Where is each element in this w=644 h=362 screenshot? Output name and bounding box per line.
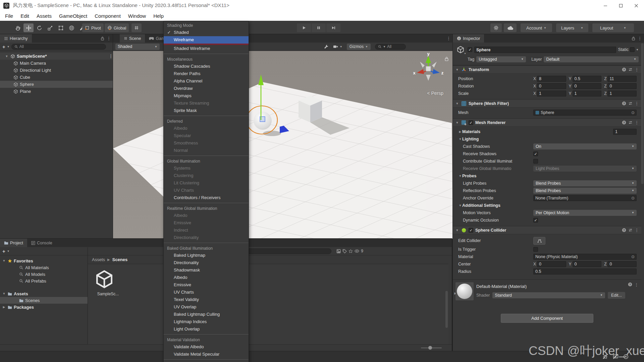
minimize-button[interactable]: [598, 0, 613, 11]
component-header-sphere-mesh-filter[interactable]: ▼Sphere (Mesh Filter)?⋮: [453, 99, 641, 108]
hierarchy-item-plane[interactable]: Plane: [0, 88, 113, 95]
vector-field-z[interactable]: 11: [607, 76, 637, 82]
preset-icon[interactable]: [628, 228, 633, 232]
tab-project[interactable]: Project: [0, 239, 27, 247]
help-icon[interactable]: ?: [622, 67, 626, 72]
menu-item-baked-lightmap-culling[interactable]: Baked Lightmap Culling: [164, 311, 249, 318]
object-picker-icon[interactable]: ⊙: [631, 195, 635, 201]
hierarchy-item-main-camera[interactable]: Main Camera: [0, 60, 113, 67]
menu-window[interactable]: Window: [124, 11, 150, 21]
menu-item-light-overlap[interactable]: Light Overlap: [164, 325, 249, 333]
add-component-button[interactable]: Add Component: [501, 314, 593, 323]
menu-item-directionality[interactable]: Directionality: [164, 259, 249, 266]
breadcrumb-assets[interactable]: Assets: [92, 257, 105, 262]
hierarchy-item-cube[interactable]: Cube: [0, 74, 113, 81]
kebab-icon[interactable]: ⋮: [635, 120, 639, 125]
step-button[interactable]: [326, 23, 340, 32]
object-picker-icon[interactable]: ⊙: [631, 254, 635, 260]
menu-item-albedo[interactable]: Albedo: [164, 274, 249, 281]
menu-item-albedo[interactable]: Albedo: [164, 212, 249, 219]
project-tree-favorites[interactable]: ▼Favorites: [0, 257, 88, 264]
help-icon[interactable]: ?: [628, 282, 632, 287]
menu-item-baked-lightmap[interactable]: Baked Lightmap: [164, 252, 249, 259]
transformtool-tool-button[interactable]: [66, 23, 76, 32]
project-tree-scenes[interactable]: Scenes: [0, 297, 88, 304]
menu-item-uv-overlap[interactable]: UV Overlap: [164, 303, 249, 311]
tab-inspector[interactable]: i Inspector: [453, 34, 484, 43]
edit-shader-button[interactable]: Edit...: [608, 292, 625, 299]
menu-item-systems[interactable]: Systems: [164, 165, 249, 172]
orientation-gizmo[interactable]: y x z: [410, 52, 447, 86]
tab-scene[interactable]: Scene: [120, 34, 145, 43]
vector-field-x[interactable]: 0: [537, 261, 566, 267]
foldout-arrow-icon[interactable]: ▼: [455, 68, 459, 71]
menu-item-render-paths[interactable]: Render Paths: [164, 70, 249, 77]
menu-assets[interactable]: Assets: [33, 11, 55, 21]
vector-field-x[interactable]: 8: [537, 76, 566, 82]
rect-tool-button[interactable]: [56, 23, 66, 32]
vector-field-z[interactable]: 0: [607, 83, 637, 89]
kebab-icon[interactable]: ⋮: [635, 101, 639, 106]
menu-item-emissive[interactable]: Emissive: [164, 281, 249, 289]
hidden-packages-eye-icon[interactable]: [355, 249, 359, 253]
gizmo-lock-icon[interactable]: [444, 56, 449, 61]
component-enabled-checkbox[interactable]: ✓: [469, 228, 473, 233]
menu-item-overdraw[interactable]: Overdraw: [164, 85, 249, 92]
favorites-star-icon[interactable]: [348, 249, 353, 253]
project-tree-assets[interactable]: ▼Assets: [0, 290, 88, 297]
menu-item-clustering[interactable]: Clustering: [164, 172, 249, 179]
pivot-button[interactable]: Pivot: [82, 23, 104, 32]
foldout-arrow-icon[interactable]: ▶: [2, 305, 6, 309]
close-button[interactable]: [629, 0, 644, 11]
tab-console[interactable]: Console: [27, 239, 56, 247]
preset-icon[interactable]: [628, 67, 633, 72]
gameobject-cube-icon[interactable]: ▼: [455, 45, 466, 54]
hierarchy-item-sphere[interactable]: Sphere: [0, 81, 113, 88]
menu-item-lit-clustering[interactable]: Lit Clustering: [164, 179, 249, 187]
menu-item-normal[interactable]: Normal: [164, 147, 249, 154]
axis-y-cone[interactable]: [426, 56, 431, 63]
kebab-icon[interactable]: ⋮: [107, 36, 111, 41]
object-field-material[interactable]: None (Physic Material)⊙: [533, 254, 637, 260]
foldout-arrow-icon[interactable]: ▼: [455, 121, 459, 124]
menu-item-lightmap-indices[interactable]: Lightmap Indices: [164, 318, 249, 325]
move-tool-button[interactable]: [23, 23, 34, 32]
gameobject-active-checkbox[interactable]: ✓: [468, 47, 472, 52]
vector-field-y[interactable]: 0: [573, 261, 602, 267]
add-asset-button[interactable]: +: [2, 248, 5, 254]
hierarchy-search-input[interactable]: All: [11, 44, 106, 50]
dropdown-light-probes[interactable]: Blend Probes▼: [533, 180, 637, 186]
camera-dropdown-arrow-icon[interactable]: ▼: [340, 45, 342, 48]
vector-field-z[interactable]: 0: [607, 261, 637, 267]
menu-item-texel-validity[interactable]: Texel Validity: [164, 296, 249, 303]
help-icon[interactable]: ?: [622, 120, 626, 125]
value-field-radius[interactable]: 0.5: [533, 268, 637, 275]
kebab-icon[interactable]: ⋮: [446, 36, 451, 41]
persp-label[interactable]: < Persp: [427, 90, 443, 96]
menu-gameobject[interactable]: GameObject: [55, 11, 91, 21]
breadcrumb-scenes[interactable]: Scenes: [112, 257, 128, 262]
component-enabled-checkbox[interactable]: ✓: [469, 120, 473, 125]
project-tree-packages[interactable]: ▶Packages: [0, 304, 88, 310]
foldout-arrow-icon[interactable]: ▼: [458, 137, 462, 141]
dropdown-receive-global-illuminatio[interactable]: Light Probes▼: [533, 166, 637, 172]
vector-field-x[interactable]: 0: [537, 83, 566, 89]
camera-settings-icon[interactable]: [333, 45, 338, 49]
foldout-arrow-icon[interactable]: ▼: [5, 55, 9, 58]
add-dropdown-arrow-icon[interactable]: ▼: [7, 45, 10, 48]
menu-help[interactable]: Help: [150, 11, 167, 21]
checkbox-contribute-global-illuminat[interactable]: [533, 159, 538, 164]
tag-dropdown[interactable]: Untagged▼: [476, 56, 526, 62]
checkbox-dynamic-occlusion[interactable]: ✓: [533, 218, 538, 223]
maximize-button[interactable]: [613, 0, 629, 11]
layers-dropdown[interactable]: Layers▼: [556, 23, 588, 32]
menu-file[interactable]: File: [1, 11, 17, 21]
project-tree-all-prefabs[interactable]: All Prefabs: [0, 278, 88, 284]
add-dropdown-arrow-icon[interactable]: ▼: [7, 250, 10, 253]
add-object-button[interactable]: +: [2, 44, 5, 50]
static-checkbox[interactable]: [630, 47, 635, 52]
pause-button[interactable]: [312, 23, 326, 32]
component-header-transform[interactable]: ▼Transform?⋮: [453, 65, 641, 74]
vector-field-x[interactable]: 1: [537, 90, 566, 97]
tool-settings-icon[interactable]: [324, 44, 329, 49]
